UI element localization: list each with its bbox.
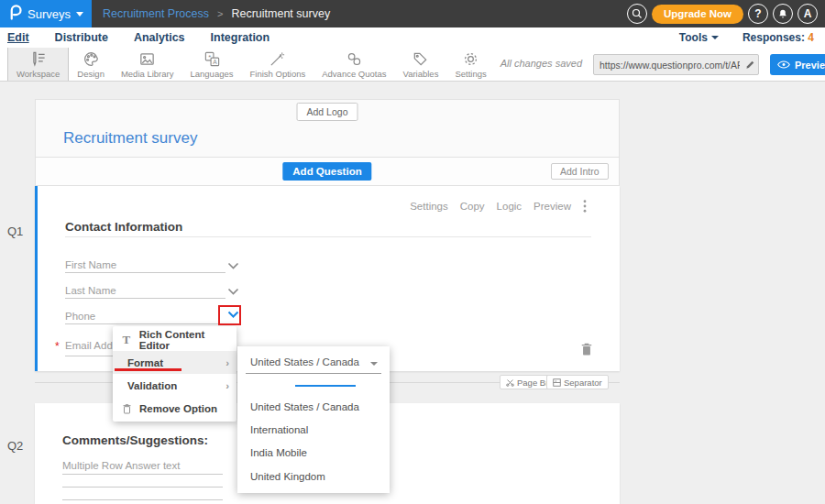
format-option-india-mobile[interactable]: India Mobile [237,442,390,465]
product-label: Surveys [28,7,71,21]
survey-header-card: Add Logo Recruitment survey [35,99,620,158]
avatar-initial: A [804,7,812,20]
add-intro-button[interactable]: Add Intro [551,163,609,180]
field-label-first-name[interactable]: First Name [65,259,116,270]
breadcrumb-separator: > [217,8,223,19]
add-logo-button[interactable]: Add Logo [297,103,358,121]
chevron-down-icon[interactable] [227,262,239,270]
answer-line [62,499,223,500]
settings-icon [462,50,479,68]
toolbar-finish-options[interactable]: Finish Options [242,48,314,81]
divider [65,236,591,237]
questionpro-survey-editor: Surveys Recruitment Process > Recruitmen… [0,0,825,504]
bell-icon [777,8,788,20]
format-option-international[interactable]: International [237,418,390,441]
required-marker: * [55,340,60,353]
format-option-united-kingdom[interactable]: United Kingdom [237,465,390,488]
responses-link[interactable]: Responses: 4 [742,31,814,44]
save-status: All changes saved [500,58,582,69]
select-focus-line [295,385,356,387]
field-underline [65,298,226,299]
search-icon [632,8,643,19]
menu-item-remove-option[interactable]: Remove Option [113,397,236,420]
toolbar-media-library[interactable]: Media Library [113,48,182,81]
toolbar-settings[interactable]: Settings [446,48,494,81]
select-underline [246,373,381,374]
question-number-q2: Q2 [7,439,23,453]
finish-options-icon [269,50,286,68]
toolbar-advance-quotas[interactable]: Advance Quotas [314,48,394,81]
q1-question-text[interactable]: Contact Information [65,220,182,234]
option-context-menu: T Rich Content Editor Format › Validatio… [113,326,236,422]
chevron-down-icon [76,12,83,16]
media-library-icon [138,50,156,68]
advance-quotas-icon [346,50,363,68]
format-options-list: United States / Canada International Ind… [237,395,390,488]
separator-icon [553,378,561,387]
surveys-product-menu[interactable]: Surveys [0,0,92,27]
search-button[interactable] [627,4,647,24]
tab-edit[interactable]: Edit [7,31,29,44]
phone-format-submenu: United States / Canada United States / C… [237,346,390,493]
tab-distribute[interactable]: Distribute [55,31,108,44]
languages-icon: *A [204,50,221,68]
questionpro-logo-icon [8,4,22,24]
tab-integration[interactable]: Integration [211,31,270,44]
edit-url-button[interactable] [742,60,758,70]
survey-title[interactable]: Recruitment survey [63,129,197,148]
format-select[interactable]: United States / Canada [250,356,359,367]
chevron-down-icon[interactable] [227,288,239,296]
menu-item-format[interactable]: Format › [113,351,236,374]
toolbar-workspace[interactable]: Workspace [7,48,69,81]
tab-analytics[interactable]: Analytics [134,31,185,44]
breadcrumb-folder[interactable]: Recruitment Process [103,7,209,20]
field-label-phone[interactable]: Phone [65,311,95,322]
help-button[interactable]: ? [748,4,768,24]
format-option-us-canada[interactable]: United States / Canada [237,395,390,418]
preview-button[interactable]: Preview [770,54,825,75]
chevron-down-icon [370,362,378,366]
q1-copy-link[interactable]: Copy [460,201,485,212]
toolbar-languages[interactable]: *A Languages [182,48,241,81]
upgrade-now-button[interactable]: Upgrade Now [652,5,743,24]
question-number-q1: Q1 [7,225,23,238]
q2-question-text[interactable]: Comments/Suggestions: [62,433,208,447]
q1-logic-link[interactable]: Logic [497,201,522,212]
notifications-button[interactable] [773,4,793,24]
q2-answer-placeholder[interactable]: Multiple Row Answer text [62,460,180,471]
section-nav: Edit Distribute Analytics Integration To… [0,27,825,48]
submenu-arrow-icon: › [226,380,229,391]
toolbar-design[interactable]: Design [69,48,113,81]
phone-format-chevron-icon[interactable] [227,311,239,319]
add-question-button[interactable]: Add Question [282,162,371,181]
tools-menu[interactable]: Tools [679,31,719,44]
q1-preview-link[interactable]: Preview [534,201,571,212]
variables-icon [412,50,429,68]
field-label-last-name[interactable]: Last Name [65,285,116,296]
editor-toolbar: Workspace Design Media Library *A Langua… [0,48,825,82]
delete-question-button[interactable] [580,342,593,360]
menu-item-validation[interactable]: Validation › [113,374,236,397]
breadcrumb-current: Recruitment survey [231,7,330,20]
topbar-actions: Upgrade Now ? A [627,0,818,27]
svg-text:A: A [213,59,217,65]
breadcrumb: Recruitment Process > Recruitment survey [103,0,330,27]
trash-icon [580,342,593,356]
toolbar-variables[interactable]: Variables [395,48,447,81]
trash-icon [119,403,134,414]
separator-button[interactable]: Separator [546,375,609,389]
scissors-icon [506,378,514,387]
field-underline [65,323,226,324]
more-options-icon[interactable] [583,200,587,213]
field-underline [65,272,226,273]
answer-line [62,474,223,475]
q1-settings-link[interactable]: Settings [410,201,448,212]
text-format-icon: T [119,333,134,347]
answer-line [62,487,223,488]
survey-url-input[interactable] [594,60,742,71]
chevron-down-icon [711,36,719,39]
menu-item-rich-content-editor[interactable]: T Rich Content Editor [113,328,236,351]
account-avatar[interactable]: A [798,4,818,24]
survey-actions-row: Add Question Add Intro [35,158,620,186]
responses-count: 4 [808,31,814,44]
